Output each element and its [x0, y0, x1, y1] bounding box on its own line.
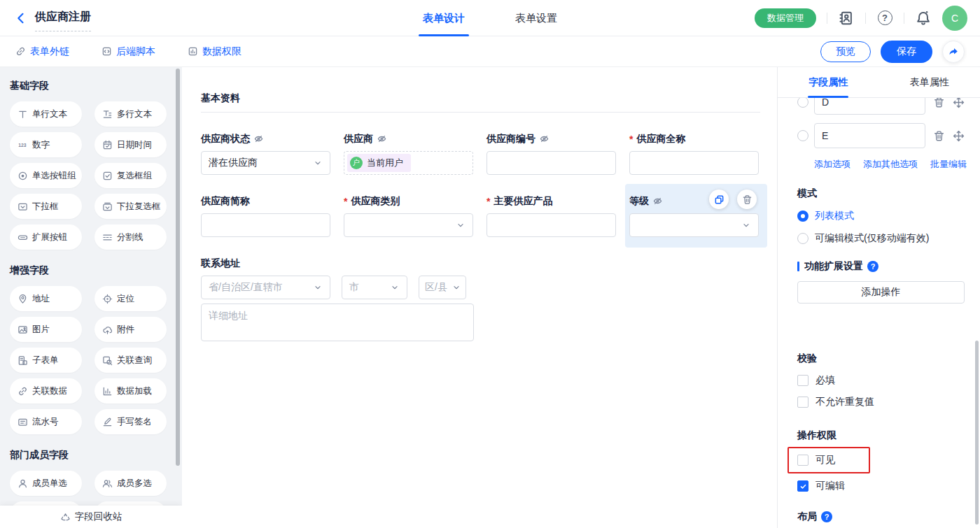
- tab-form-design[interactable]: 表单设计: [423, 0, 465, 36]
- help-question-icon[interactable]: ?: [867, 261, 878, 272]
- preview-button[interactable]: 预览: [820, 41, 871, 62]
- supplier-shortname-input[interactable]: [201, 213, 330, 237]
- save-button[interactable]: 保存: [881, 41, 932, 63]
- option-radio[interactable]: [797, 98, 808, 108]
- province-select[interactable]: 省/自治区/直辖市: [201, 276, 330, 299]
- sidebar-scrollbar[interactable]: [176, 69, 180, 466]
- question-icon: ?: [878, 10, 892, 25]
- field-item-divider[interactable]: 分割线: [94, 224, 167, 250]
- section-title-member: 部门成员字段: [10, 449, 172, 462]
- field-item-related-query[interactable]: 关联查询: [94, 348, 167, 373]
- field-item-extend-button[interactable]: 扩展按钮: [10, 224, 82, 250]
- mode-list-option[interactable]: 列表模式: [797, 210, 965, 222]
- field-item-member-multi[interactable]: 成员多选: [94, 471, 167, 496]
- tab-field-properties[interactable]: 字段属性: [778, 67, 879, 97]
- supplier-status-field[interactable]: 供应商状态 潜在供应商: [201, 134, 330, 175]
- field-item-data-load[interactable]: 数据加载: [94, 378, 167, 404]
- city-select[interactable]: 市: [342, 276, 407, 299]
- main-products-input[interactable]: [486, 213, 616, 237]
- no-duplicate-checkbox-row[interactable]: 不允许重复值: [797, 396, 965, 408]
- field-item-member-single[interactable]: 成员单选: [10, 471, 82, 496]
- field-item-single-line-text[interactable]: 单行文本: [10, 101, 82, 127]
- notification-button[interactable]: [915, 10, 932, 27]
- level-field-selected[interactable]: 等级: [629, 196, 759, 237]
- tab-form-settings[interactable]: 表单设置: [515, 0, 557, 36]
- batch-edit-link[interactable]: 批量编辑: [930, 158, 967, 171]
- divider-icon: [102, 232, 113, 243]
- field-item-multi-line-text[interactable]: 多行文本: [94, 101, 167, 127]
- chevron-down-icon: [456, 220, 465, 230]
- option-radio[interactable]: [797, 130, 808, 141]
- field-item-image[interactable]: 图片: [10, 317, 82, 342]
- option-e-input[interactable]: [814, 123, 925, 148]
- visible-checkbox-row[interactable]: 可见: [797, 454, 863, 466]
- backend-script-link[interactable]: 后端脚本: [102, 45, 155, 58]
- detail-address-textarea[interactable]: [201, 304, 474, 341]
- supplier-field[interactable]: 供应商 户 当前用户: [344, 134, 473, 175]
- contact-book-button[interactable]: [838, 10, 855, 27]
- supplier-user-box[interactable]: 户 当前用户: [344, 151, 473, 175]
- back-button[interactable]: [13, 10, 29, 27]
- checkbox-icon: [102, 171, 113, 181]
- validation-title: 校验: [797, 352, 965, 365]
- radio-icon: [18, 171, 28, 181]
- level-select[interactable]: [629, 213, 759, 237]
- required-checkbox-row[interactable]: 必填: [797, 374, 965, 387]
- radio-selected: [797, 211, 808, 222]
- delete-field-button[interactable]: [737, 190, 757, 209]
- copy-field-button[interactable]: [709, 190, 729, 209]
- field-item-subform[interactable]: 子表单: [10, 348, 82, 373]
- supplier-shortname-field[interactable]: 供应商简称: [201, 196, 330, 237]
- add-operation-button[interactable]: 添加操作: [797, 281, 965, 304]
- delete-option-icon[interactable]: [933, 98, 945, 108]
- eye-hidden-icon: [253, 134, 264, 144]
- field-item-multi-select[interactable]: 下拉复选框: [94, 194, 167, 219]
- supplier-category-select[interactable]: [344, 213, 473, 237]
- supplier-number-input[interactable]: [486, 151, 616, 175]
- field-item-datetime[interactable]: 日期时间: [94, 132, 167, 157]
- field-item-radio-group[interactable]: 单选按钮组: [10, 163, 82, 188]
- current-user-tag[interactable]: 户 当前用户: [347, 154, 411, 172]
- data-permission-link[interactable]: 数据权限: [188, 45, 241, 58]
- option-d-input[interactable]: [814, 98, 925, 115]
- drag-option-icon[interactable]: [953, 130, 965, 142]
- editable-checkbox-row[interactable]: 可编辑: [797, 480, 965, 492]
- add-option-link[interactable]: 添加选项: [814, 158, 850, 171]
- panel-scrollbar[interactable]: [975, 341, 979, 525]
- field-item-select[interactable]: 下拉框: [10, 194, 82, 219]
- main-products-field[interactable]: *主要供应产品: [486, 196, 616, 237]
- supplier-status-select[interactable]: 潜在供应商: [201, 151, 330, 175]
- field-item-signature[interactable]: 手写签名: [94, 409, 167, 434]
- chevron-down-icon: [390, 283, 400, 292]
- supplier-fullname-field[interactable]: *供应商全称: [629, 134, 759, 175]
- drag-option-icon[interactable]: [953, 98, 965, 108]
- main-tabs: 表单设计 表单设置: [423, 0, 557, 36]
- field-item-attachment[interactable]: 附件: [94, 317, 167, 342]
- data-manage-button[interactable]: 数据管理: [755, 8, 816, 28]
- add-other-option-link[interactable]: 添加其他选项: [863, 158, 918, 171]
- district-select[interactable]: 区/县: [419, 276, 466, 299]
- supplier-fullname-input[interactable]: [629, 151, 759, 175]
- field-item-address[interactable]: 地址: [10, 286, 82, 311]
- avatar[interactable]: C: [942, 6, 967, 31]
- field-item-serial-number[interactable]: 流水号: [10, 409, 82, 434]
- delete-option-icon[interactable]: [933, 130, 945, 142]
- help-question-icon[interactable]: ?: [821, 511, 832, 522]
- checkbox-unchecked: [797, 375, 808, 386]
- supplier-category-field[interactable]: *供应商类别: [344, 196, 473, 237]
- tab-form-properties[interactable]: 表单属性: [879, 67, 980, 97]
- form-external-link[interactable]: 表单外链: [15, 45, 69, 58]
- field-item-number[interactable]: 数字: [10, 132, 82, 157]
- field-item-related-data[interactable]: 关联数据: [10, 378, 82, 404]
- supplier-number-field[interactable]: 供应商编号: [486, 134, 616, 175]
- field-recycle-bin[interactable]: 字段回收站: [0, 506, 182, 528]
- eye-hidden-icon: [377, 134, 387, 144]
- share-button[interactable]: [942, 41, 965, 63]
- calendar-icon: [102, 140, 113, 150]
- form-canvas: 基本资料 供应商状态 潜在供应商 供应商 户 当前用户 供应商编号: [182, 67, 777, 528]
- page-title[interactable]: 供应商注册: [35, 10, 91, 26]
- field-item-location[interactable]: 定位: [94, 286, 167, 311]
- help-button[interactable]: ?: [876, 10, 893, 27]
- field-item-checkbox-group[interactable]: 复选框组: [94, 163, 167, 188]
- mode-editable-option[interactable]: 可编辑模式(仅移动端有效): [797, 232, 965, 245]
